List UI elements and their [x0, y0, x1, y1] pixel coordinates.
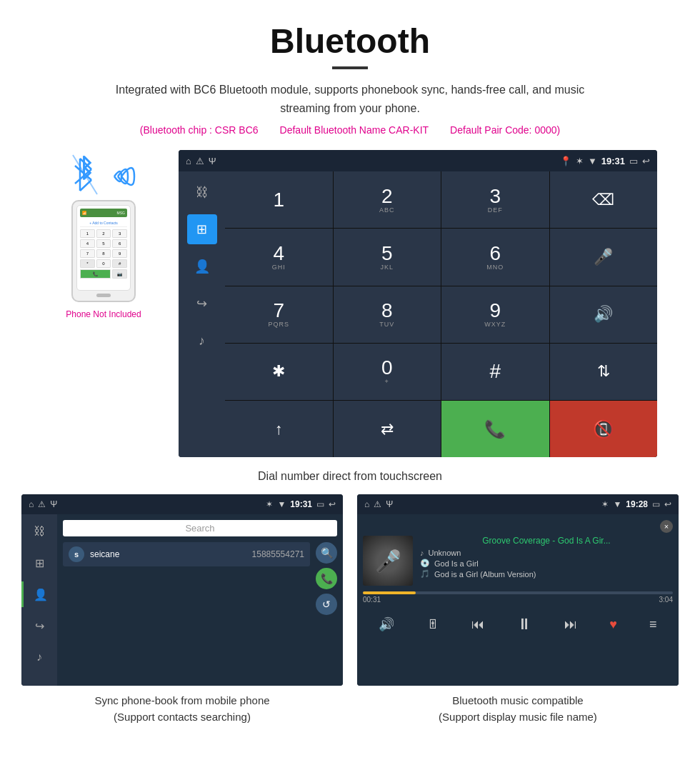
phone-not-included-label: Phone Not Included [66, 309, 141, 319]
phone-key-1: 1 [80, 229, 95, 238]
music-artist-row: ♪ Unknown [420, 549, 673, 557]
pb-refresh-button[interactable]: ↺ [316, 594, 337, 615]
music-col: ⌂ ⚠ Ψ ✶ ▼ 19:28 ▭ ↩ × 🎤 [357, 494, 679, 725]
svg-line-1 [80, 159, 91, 169]
dial-key-1[interactable]: 1 [225, 171, 333, 228]
dial-key-backspace[interactable]: ⌫ [550, 171, 658, 228]
signal-waves-svg [111, 154, 139, 200]
location-icon: 📍 [560, 156, 571, 166]
music-track-row: 🎵 God is a Girl (Album Version) [420, 569, 673, 579]
sidebar-call-history-icon[interactable]: ↪ [187, 289, 217, 319]
pb-contact-row: s seicane 15885554271 [63, 542, 310, 566]
pb-call-button[interactable]: 📞 [316, 568, 337, 589]
dial-key-8[interactable]: 8 TUV [334, 286, 441, 343]
title-divider [332, 66, 368, 69]
back-icon[interactable]: ↩ [642, 156, 650, 166]
sidebar-contacts-icon[interactable]: 👤 [187, 251, 217, 281]
dial-key-3[interactable]: 3 DEF [441, 171, 549, 228]
pb-clock: 19:31 [290, 499, 312, 509]
music-album-row: 💿 God Is a Girl [420, 559, 673, 568]
pb-dialpad-icon[interactable]: ⊞ [26, 550, 52, 576]
music-album: God Is a Girl [434, 559, 479, 568]
pb-back-icon[interactable]: ↩ [329, 499, 336, 509]
page-header: Bluetooth Integrated with BC6 Bluetooth … [0, 0, 700, 143]
phonebook-caption: Sync phone-book from mobile phone (Suppo… [21, 693, 343, 725]
dial-screen: ⌂ ⚠ Ψ 📍 ✶ ▼ 19:31 ▭ ↩ ⛓ ⊞ 👤 ↪ ♪ [179, 150, 657, 457]
dial-key-star[interactable]: ✱ [225, 344, 333, 400]
phone-illustration: ᛒ 📶MSG + [43, 150, 164, 319]
pb-search-field[interactable]: Search [63, 520, 337, 536]
track-icon: 🎵 [420, 569, 430, 579]
dial-key-0[interactable]: 0 + [334, 344, 441, 400]
dial-key-transfer[interactable]: ⇅ [550, 344, 658, 400]
dial-key-9[interactable]: 9 WXYZ [441, 286, 549, 343]
pb-contacts-icon[interactable]: 👤 [21, 581, 57, 607]
volume-control-button[interactable]: 🔊 [379, 616, 394, 632]
bt-symbol-svg [71, 151, 107, 198]
sidebar-link-icon[interactable]: ⛓ [187, 177, 217, 207]
dial-key-mute[interactable]: 🎤 [550, 229, 658, 285]
phone-key-2: 2 [96, 229, 111, 238]
phone-key-star: * [80, 259, 95, 268]
phone-key-call[interactable]: 📞 [80, 269, 111, 279]
music-info: Groove Coverage - God Is A Gir... ♪ Unkn… [420, 536, 673, 580]
music-track: God is a Girl (Album Version) [434, 570, 536, 579]
pb-call-icon[interactable]: ↪ [26, 613, 52, 639]
playlist-button[interactable]: ≡ [649, 617, 657, 632]
prev-track-button[interactable]: ⏮ [471, 617, 484, 632]
pb-warning-icon: ⚠ [38, 499, 46, 509]
dial-key-call[interactable]: 📞 [441, 401, 549, 457]
pb-link-icon[interactable]: ⛓ [26, 519, 52, 544]
status-right-icons: 📍 ✶ ▼ 19:31 ▭ ↩ [560, 156, 650, 166]
phone-key-4: 4 [80, 239, 95, 248]
dial-key-swap[interactable]: ⇄ [334, 401, 441, 457]
dial-key-4[interactable]: 4 GHI [225, 229, 333, 285]
phone-status: 📶MSG [80, 209, 127, 217]
favorite-button[interactable]: ♥ [609, 617, 617, 632]
music-artist: Unknown [429, 549, 461, 557]
dial-key-5[interactable]: 5 JKL [334, 229, 441, 285]
equalizer-button[interactable]: 🎚 [426, 617, 439, 632]
dial-key-7[interactable]: 7 PQRS [225, 286, 333, 343]
phone-key-0: 0 [96, 259, 111, 268]
album-art: 🎤 [363, 536, 413, 586]
music-usb-icon: Ψ [386, 499, 393, 509]
phone-add-contact: + Add to Contacts [80, 219, 127, 227]
dial-key-6[interactable]: 6 MNO [441, 229, 549, 285]
pb-bt-icon: ✶ [266, 499, 273, 509]
phone-screen: 📶MSG + Add to Contacts 1 2 3 4 5 6 7 8 9… [76, 205, 131, 291]
sidebar-music-icon[interactable]: ♪ [187, 326, 217, 356]
dial-body: ⛓ ⊞ 👤 ↪ ♪ 1 2 ABC 3 DEF [179, 171, 657, 457]
pb-battery-icon: ▭ [316, 499, 324, 509]
music-status-bar: ⌂ ⚠ Ψ ✶ ▼ 19:28 ▭ ↩ [357, 494, 679, 514]
spec-name: Default Bluetooth Name CAR-KIT [280, 124, 429, 136]
music-back-icon[interactable]: ↩ [664, 499, 671, 509]
time-total: 3:04 [659, 596, 673, 604]
dial-key-volume[interactable]: 🔊 [550, 286, 658, 343]
dial-key-2[interactable]: 2 ABC [334, 171, 441, 228]
dial-key-end[interactable]: 📵 [550, 401, 658, 457]
music-close-area: × [363, 520, 673, 533]
spec-code: Default Pair Code: 0000) [450, 124, 560, 136]
bottom-screenshots: ⌂ ⚠ Ψ ✶ ▼ 19:31 ▭ ↩ ⛓ ⊞ 👤 ↪ [0, 494, 700, 739]
sidebar-dialpad-icon[interactable]: ⊞ [187, 214, 217, 244]
dial-key-merge[interactable]: ↑ [225, 401, 333, 457]
pb-search-button[interactable]: 🔍 [316, 542, 337, 564]
phone-key-camera: 📷 [112, 269, 127, 279]
music-wifi-icon: ▼ [613, 499, 621, 509]
pb-status-bar: ⌂ ⚠ Ψ ✶ ▼ 19:31 ▭ ↩ [21, 494, 343, 514]
pb-music-icon[interactable]: ♪ [26, 644, 52, 670]
progress-times: 00:31 3:04 [363, 596, 673, 604]
phone-key-5: 5 [96, 239, 111, 248]
phone-device: 📶MSG + Add to Contacts 1 2 3 4 5 6 7 8 9… [71, 200, 136, 302]
dial-status-bar: ⌂ ⚠ Ψ 📍 ✶ ▼ 19:31 ▭ ↩ [179, 150, 657, 171]
music-close-button[interactable]: × [660, 520, 673, 533]
dial-key-hash[interactable]: # [441, 344, 549, 400]
album-icon: 💿 [420, 559, 430, 568]
phonebook-screenshot: ⌂ ⚠ Ψ ✶ ▼ 19:31 ▭ ↩ ⛓ ⊞ 👤 ↪ [21, 494, 343, 686]
play-pause-button[interactable]: ⏸ [516, 615, 532, 634]
spec-list: (Bluetooth chip : CSR BC6 Default Blueto… [14, 124, 686, 136]
warning-icon: ⚠ [196, 156, 204, 166]
next-track-button[interactable]: ⏭ [564, 617, 577, 632]
music-bt-icon: ✶ [601, 499, 609, 509]
